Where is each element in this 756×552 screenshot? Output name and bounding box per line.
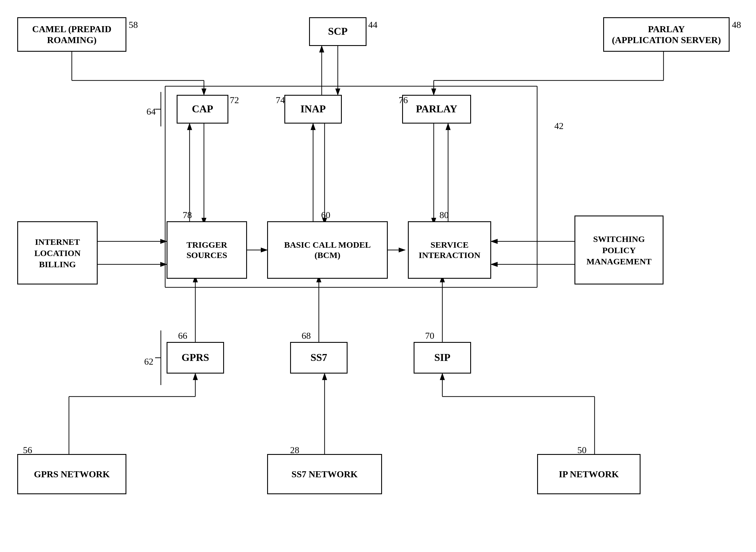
ref-74: 74	[276, 95, 285, 106]
ref-70: 70	[425, 330, 434, 341]
ref-42: 42	[554, 121, 564, 131]
ref-58: 58	[129, 19, 138, 30]
gprs-network-box: GPRS NETWORK	[17, 454, 126, 494]
internet-billing-box: INTERNETLOCATIONBILLING	[17, 221, 98, 284]
ref-66: 66	[178, 330, 187, 341]
sip-box: SIP	[414, 342, 471, 374]
ss7-network-box: SS7 NETWORK	[267, 454, 382, 494]
ref-44: 44	[368, 19, 377, 30]
ref-60: 60	[321, 210, 330, 221]
ref-76: 76	[399, 95, 408, 106]
bcm-box: BASIC CALL MODEL(BCM)	[267, 221, 388, 279]
ref-80: 80	[439, 210, 449, 221]
service-interaction-box: SERVICEINTERACTION	[408, 221, 491, 279]
ref-48: 48	[732, 19, 741, 30]
ref-72: 72	[230, 95, 239, 106]
ref-56: 56	[23, 445, 32, 455]
ref-62: 62	[144, 356, 153, 367]
ref-28: 28	[290, 445, 299, 455]
ref-64: 64	[147, 106, 156, 117]
diagram: CAMEL (PREPAID ROAMING) SCP PARLAY(APPLI…	[0, 0, 756, 552]
ref-78: 78	[183, 210, 192, 221]
parlay-mid-box: PARLAY	[402, 95, 471, 124]
ss7-box: SS7	[290, 342, 348, 374]
camel-box: CAMEL (PREPAID ROAMING)	[17, 17, 126, 52]
ref-50: 50	[577, 445, 586, 455]
inap-box: INAP	[285, 95, 342, 124]
switching-policy-box: SWITCHINGPOLICYMANAGEMENT	[574, 216, 664, 284]
scp-box: SCP	[309, 17, 367, 46]
ip-network-box: IP NETWORK	[537, 454, 640, 494]
cap-box: CAP	[177, 95, 228, 124]
gprs-box: GPRS	[167, 342, 224, 374]
parlay-top-box: PARLAY(APPLICATION SERVER)	[603, 17, 730, 52]
ref-68: 68	[302, 330, 311, 341]
trigger-sources-box: TRIGGERSOURCES	[167, 221, 247, 279]
